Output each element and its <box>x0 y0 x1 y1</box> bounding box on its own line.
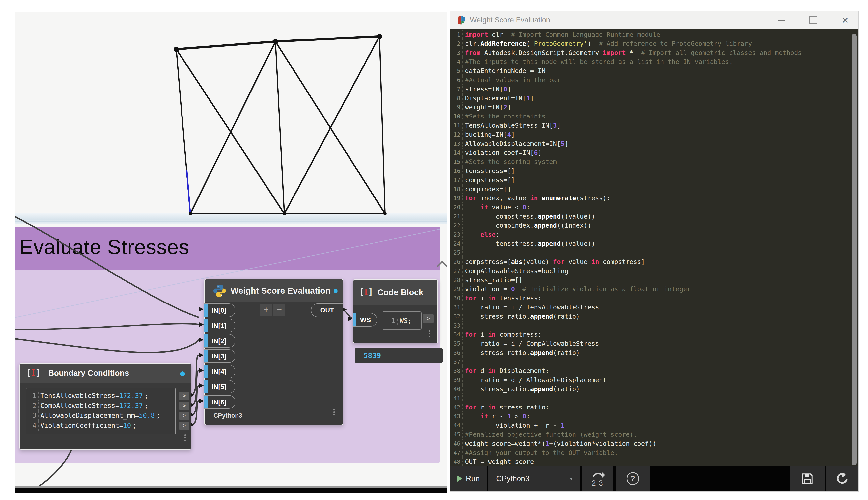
bc-output-button[interactable]: > <box>179 412 190 420</box>
add-input-button[interactable]: + <box>260 304 272 316</box>
wire[interactable] <box>15 215 199 317</box>
code-line: 40 stress_ratio.append(ratio) <box>450 385 858 394</box>
preview-value: 5839 <box>363 351 381 360</box>
engine-label: CPython3 <box>213 412 242 419</box>
input-port-ws[interactable]: WS <box>353 313 377 327</box>
svg-text:3: 3 <box>599 479 603 487</box>
node-title: Code Block <box>377 288 424 297</box>
code-line: 21 compstress.append((value)) <box>450 212 858 221</box>
script-editor[interactable]: 1import clr # Import Common Language Run… <box>450 30 858 467</box>
canvas-edge-gray <box>15 486 447 488</box>
code-line: 38for d in Displacement: <box>450 366 858 376</box>
wire[interactable] <box>15 323 199 329</box>
code-line: 22 compindex.append((index)) <box>450 221 858 230</box>
code-line: 27CompAllowableStress=bucling <box>450 266 858 276</box>
save-icon <box>801 473 814 485</box>
code-line: 11TensAllowableStress=IN[3] <box>450 121 858 130</box>
canvas-edge-black <box>15 488 447 493</box>
output-port-out[interactable]: OUT <box>311 304 343 317</box>
input-port-in[0][interactable]: IN[0] <box>204 304 235 317</box>
code-line: 24 tensstress.append((value)) <box>450 239 858 248</box>
code-line: 5dataEnteringNode = IN <box>450 67 858 76</box>
maximize-button[interactable] <box>805 11 821 30</box>
python-editor-window[interactable]: Weight Score Evaluation ✕ 1import clr # … <box>450 11 858 491</box>
code-line: 34for i in compstress: <box>450 330 858 339</box>
input-port-in[1][interactable]: IN[1] <box>204 319 235 332</box>
code-line: 31 ratio = i / TensAllowableStress <box>450 303 858 312</box>
cb-code-editor[interactable]: 1 WS; <box>382 311 421 330</box>
preview-value-bubble[interactable]: 5839 <box>355 348 443 363</box>
code-lines: 1import clr # Import Common Language Run… <box>450 30 858 466</box>
node-menu-icon[interactable] <box>429 330 430 338</box>
node-header[interactable]: Weight Score Evaluation <box>205 280 343 302</box>
node-boundary-conditions[interactable]: [I] Boundary Conditions 1TensAllowableSt… <box>20 363 191 450</box>
bc-output-button[interactable]: > <box>179 402 190 410</box>
code-line: 25 <box>450 248 858 258</box>
question-icon: ? <box>627 472 639 485</box>
code-line: 6#Actual values in the bar <box>450 76 858 85</box>
python-icon <box>213 284 226 297</box>
migration-2-3-icon: 2 3 <box>590 470 606 487</box>
run-button[interactable]: Run <box>450 466 487 491</box>
node-menu-icon[interactable] <box>334 409 335 417</box>
code-line: 36 stress_ratio.append(ratio) <box>450 348 858 357</box>
svg-text:2: 2 <box>591 479 596 487</box>
bc-code-editor[interactable]: 1TensAllowableStress=172.37;2CompAllowab… <box>26 388 176 434</box>
node-header[interactable]: [I] Boundary Conditions <box>20 364 191 383</box>
bc-output-button[interactable]: > <box>179 422 190 430</box>
code-line: 39 ratio = d / AllowableDisplacement <box>450 376 858 385</box>
code-line: 2clr.AddReference('ProtoGeometry') # Add… <box>450 39 858 48</box>
code-line: 37 <box>450 357 858 367</box>
code-line: 29violation = 0 # Initialize violation a… <box>450 285 858 294</box>
code-line: 19for index, value in enumerate(stress): <box>450 194 858 203</box>
code-line: 26compstress=[abs(value) for value in co… <box>450 258 858 266</box>
code-line: 17compstress=[] <box>450 176 858 185</box>
preview-state-dot[interactable] <box>180 371 185 376</box>
code-line: 47#Assign your output to the OUT variabl… <box>450 448 858 457</box>
input-port-in[4][interactable]: IN[4] <box>204 365 235 378</box>
node-header[interactable]: [I] Code Block <box>353 280 438 305</box>
cb-output-button[interactable]: > <box>423 314 433 323</box>
code-line: 44 violation += r - 1 <box>450 421 858 430</box>
code-line: 7stress=IN[0] <box>450 85 858 94</box>
code-line: 32 stress_ratio.append(ratio) <box>450 312 858 321</box>
wire[interactable] <box>15 339 199 352</box>
close-button[interactable]: ✕ <box>837 11 853 30</box>
preview-state-dot[interactable] <box>334 289 338 293</box>
input-port-in[2][interactable]: IN[2] <box>204 334 235 348</box>
code-line: 33 <box>450 321 858 330</box>
code-line: 14violation_coef=IN[6] <box>450 148 858 157</box>
save-button[interactable] <box>790 466 825 491</box>
revert-button[interactable] <box>826 466 858 491</box>
minimize-button[interactable] <box>774 11 790 30</box>
bc-code-line: 2CompAllowableStress=172.37; <box>26 401 175 411</box>
window-titlebar[interactable]: Weight Score Evaluation ✕ <box>450 11 858 30</box>
code-line: 35 ratio = i / CompAllowableStress <box>450 339 858 348</box>
help-button[interactable]: ? <box>616 466 650 491</box>
code-line: 20 if value < 0: <box>450 203 858 212</box>
chevron-down-icon: ▾ <box>570 476 573 482</box>
editor-toolbar: Run CPython3 ▾ 2 3 ? <box>450 466 858 491</box>
remove-input-button[interactable]: − <box>273 304 285 316</box>
dynamo-canvas[interactable]: Evaluate Stresses <box>15 12 447 493</box>
bc-output-button[interactable]: > <box>179 392 190 400</box>
node-menu-icon[interactable] <box>184 434 186 442</box>
scrollbar-thumb[interactable] <box>852 34 857 465</box>
input-port-in[5][interactable]: IN[5] <box>204 380 235 394</box>
input-port-in[6][interactable]: IN[6] <box>204 395 235 409</box>
wire[interactable] <box>36 449 72 488</box>
node-code-block[interactable]: [I] Code Block WS 1 WS; > <box>353 280 438 343</box>
migrate-2to3-button[interactable]: 2 3 <box>583 466 613 491</box>
bc-code-line: 1TensAllowableStress=172.37; <box>26 391 175 401</box>
code-line: 45#Penalized objective function (weight … <box>450 430 858 439</box>
code-line: 28stress_ratio=[] <box>450 276 858 285</box>
node-title: Weight Score Evaluation <box>230 286 330 296</box>
engine-dropdown[interactable]: CPython3 ▾ <box>488 466 580 491</box>
python-node-icon <box>455 15 467 26</box>
input-port-in[3][interactable]: IN[3] <box>204 349 235 363</box>
undo-icon <box>836 472 849 485</box>
code-line: 9weight=IN[2] <box>450 103 858 112</box>
node-weight-score-evaluation[interactable]: Weight Score Evaluation + − OUT CPython3… <box>204 279 343 425</box>
code-line: 41 <box>450 394 858 403</box>
code-line: 1import clr # Import Common Language Run… <box>450 30 858 39</box>
